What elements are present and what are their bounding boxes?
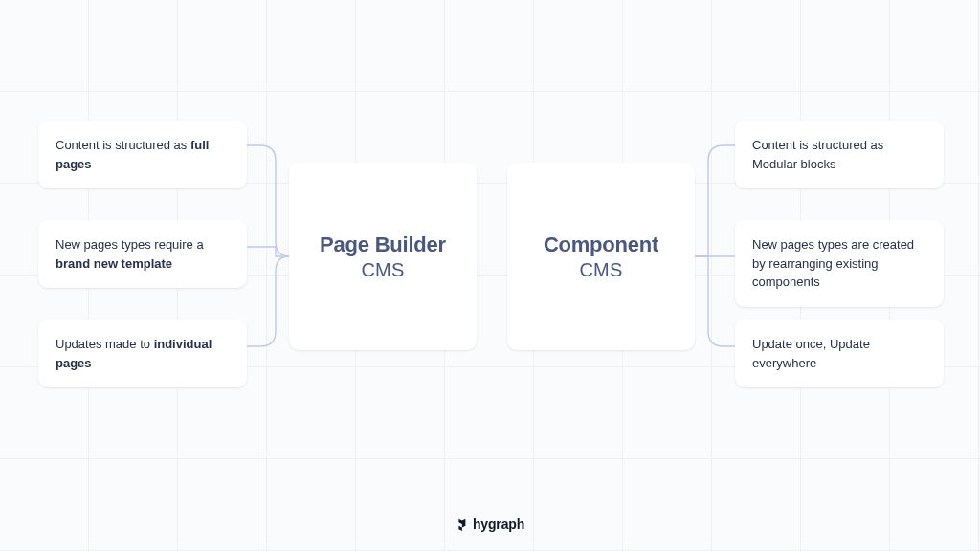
card-subtitle: CMS [579, 259, 622, 281]
card-subtitle: CMS [361, 259, 404, 281]
feature-text: New pages types are created by rearrangi… [752, 237, 914, 289]
brand-text: hygraph [473, 517, 524, 532]
component-feature-1: Content is structured as Modular blocks [735, 121, 944, 188]
feature-text: Content is structured as Modular blocks [752, 138, 883, 171]
page-builder-feature-1: Content is structured as full pages [38, 121, 247, 188]
brand-logo: hygraph [456, 517, 524, 532]
page-builder-cms-card: Page Builder CMS [289, 163, 477, 350]
page-builder-feature-2: New pages types require a brand new temp… [38, 220, 247, 288]
component-feature-2: New pages types are created by rearrangi… [735, 220, 944, 307]
component-feature-3: Update once, Update everywhere [735, 320, 944, 387]
feature-text: Updates made to individual pages [56, 337, 212, 370]
feature-text: Content is structured as full pages [56, 138, 209, 171]
hygraph-icon [456, 518, 469, 531]
feature-text: Update once, Update everywhere [752, 337, 870, 370]
card-title: Component [544, 232, 658, 257]
component-cms-card: Component CMS [507, 163, 695, 350]
card-title: Page Builder [320, 232, 446, 257]
feature-text: New pages types require a brand new temp… [56, 237, 204, 271]
page-builder-feature-3: Updates made to individual pages [38, 320, 247, 387]
cms-comparison-diagram: Content is structured as full pages New … [0, 0, 980, 551]
